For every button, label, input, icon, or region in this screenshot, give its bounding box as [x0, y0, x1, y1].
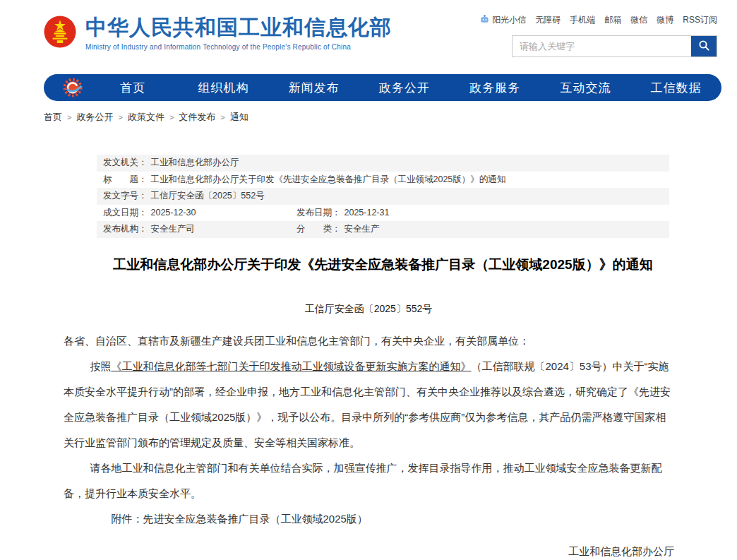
paragraph-main: 按照《工业和信息化部等七部门关于印发推动工业领域设备更新实施方案的通知》（工信部… — [64, 354, 674, 455]
meta-label: 发文机关： — [103, 157, 148, 169]
meta-label: 分 类： — [296, 223, 341, 235]
utility-link-wechat[interactable]: 微信 — [630, 14, 647, 26]
search-icon — [698, 40, 710, 54]
main-content: 发文机关： 工业和信息化部办公厅 标 题： 工业和信息化部办公厅关于印发《先进安… — [0, 155, 737, 560]
breadcrumb-separator: > — [220, 113, 224, 121]
utility-link-label: 阳光小信 — [492, 14, 526, 26]
paragraph-text: （工信部联规〔2024〕53号）中关于“实施本质安全水平提升行动”的部署，经企业… — [64, 360, 671, 448]
signing-organization: 工业和信息化部办公厅 — [64, 542, 674, 560]
main-nav: 首页 组织机构 新闻发布 政务公开 政务服务 互动交流 工信数据 — [44, 74, 721, 101]
search-box — [512, 35, 717, 57]
meta-label: 发文字号： — [103, 190, 148, 202]
breadcrumb-home[interactable]: 首页 — [44, 111, 62, 124]
meta-label: 标 题： — [103, 174, 148, 186]
breadcrumb-notice[interactable]: 通知 — [230, 111, 248, 124]
site-logo[interactable]: 中华人民共和国工业和信息化部 Ministry of Industry and … — [44, 16, 392, 51]
site-title: 中华人民共和国工业和信息化部 — [85, 16, 392, 40]
search-input[interactable] — [513, 36, 691, 56]
nav-item-home[interactable]: 首页 — [88, 80, 178, 96]
utility-link-sunshine-assistant[interactable]: 阳光小信 — [480, 14, 526, 26]
breadcrumb-separator: > — [67, 113, 71, 121]
meta-value: 工业和信息化部办公厅关于印发《先进安全应急装备推广目录（工业领域2025版）》的… — [151, 174, 506, 186]
meta-value: 工业和信息化部办公厅 — [151, 157, 239, 169]
breadcrumb-document-release[interactable]: 文件发布 — [179, 111, 215, 124]
nav-item-miit-data[interactable]: 工信数据 — [631, 80, 721, 96]
meta-row-dates: 成文日期： 2025-12-30 发布日期： 2025-12-31 — [97, 205, 669, 222]
reference-document-link[interactable]: 《工业和信息化部等七部门关于印发推动工业领域设备更新实施方案的通知》 — [112, 360, 472, 372]
document-number: 工信厅安全函〔2025〕552号 — [0, 303, 737, 316]
meta-value: 2025-12-30 — [151, 208, 196, 218]
meta-label: 发布日期： — [296, 207, 341, 219]
search-button[interactable] — [691, 36, 717, 56]
utility-link-accessibility[interactable]: 无障碍 — [535, 14, 561, 26]
meta-row-issuing-agency: 发文机关： 工业和信息化部办公厅 — [97, 155, 669, 172]
meta-row-doc-number: 发文字号： 工信厅安全函〔2025〕552号 — [97, 188, 669, 205]
signature-block: 工业和信息化部办公厅 2025年12月30日 — [64, 542, 674, 560]
meta-label: 发布机构： — [103, 223, 148, 235]
site-subtitle: Ministry of Industry and Information Tec… — [85, 43, 392, 51]
page: 中华人民共和国工业和信息化部 Ministry of Industry and … — [0, 0, 737, 560]
breadcrumb-separator: > — [169, 113, 174, 121]
paragraph-closing: 请各地工业和信息化主管部门和有关单位结合实际，加强宣传推广，发挥目录指导作用，推… — [64, 455, 674, 506]
utility-links: 阳光小信 无障碍 手机端 邮箱 微信 微博 RSS订阅 — [512, 14, 717, 26]
robot-icon — [480, 15, 489, 26]
meta-label: 成文日期： — [103, 207, 148, 219]
miit-gear-logo-icon — [62, 77, 83, 98]
breadcrumb: 首页 > 政务公开 > 政策文件 > 文件发布 > 通知 — [44, 111, 737, 124]
attachment-link[interactable]: 附件：先进安全应急装备推广目录（工业领域2025版） — [64, 506, 674, 532]
utility-link-mail[interactable]: 邮箱 — [604, 14, 621, 26]
paragraph-text: 按照 — [90, 360, 112, 372]
nav-item-organization[interactable]: 组织机构 — [178, 80, 268, 96]
header-right: 阳光小信 无障碍 手机端 邮箱 微信 微博 RSS订阅 — [512, 14, 717, 57]
meta-value: 安全生产司 — [151, 223, 196, 235]
meta-row-publisher-category: 发布机构： 安全生产司 分 类： 安全生产 — [97, 221, 669, 238]
site-header: 中华人民共和国工业和信息化部 Ministry of Industry and … — [0, 0, 737, 73]
breadcrumb-policy-documents[interactable]: 政策文件 — [128, 111, 164, 124]
document-body: 各省、自治区、直辖市及新疆生产建设兵团工业和信息化主管部门，有关中央企业，有关部… — [64, 328, 674, 560]
nav-item-interaction[interactable]: 互动交流 — [540, 80, 630, 96]
document-title: 工业和信息化部办公厅关于印发《先进安全应急装备推广目录（工业领域2025版）》的… — [97, 256, 669, 273]
salutation: 各省、自治区、直辖市及新疆生产建设兵团工业和信息化主管部门，有关中央企业，有关部… — [64, 328, 674, 354]
breadcrumb-separator: > — [118, 113, 122, 121]
meta-value: 工信厅安全函〔2025〕552号 — [151, 190, 265, 202]
meta-row-title: 标 题： 工业和信息化部办公厅关于印发《先进安全应急装备推广目录（工业领域202… — [97, 172, 669, 189]
nav-item-news[interactable]: 新闻发布 — [269, 80, 359, 96]
breadcrumb-gov-disclosure[interactable]: 政务公开 — [76, 111, 113, 124]
meta-value: 2025-12-31 — [344, 208, 390, 218]
utility-link-rss[interactable]: RSS订阅 — [683, 14, 717, 26]
nav-item-gov-disclosure[interactable]: 政务公开 — [359, 80, 450, 96]
utility-link-weibo[interactable]: 微博 — [657, 14, 673, 26]
utility-link-mobile[interactable]: 手机端 — [570, 14, 595, 26]
document-meta-table: 发文机关： 工业和信息化部办公厅 标 题： 工业和信息化部办公厅关于印发《先进安… — [97, 155, 669, 238]
meta-value: 安全生产 — [344, 223, 380, 235]
national-emblem-icon — [44, 16, 76, 51]
nav-item-gov-services[interactable]: 政务服务 — [450, 80, 540, 96]
